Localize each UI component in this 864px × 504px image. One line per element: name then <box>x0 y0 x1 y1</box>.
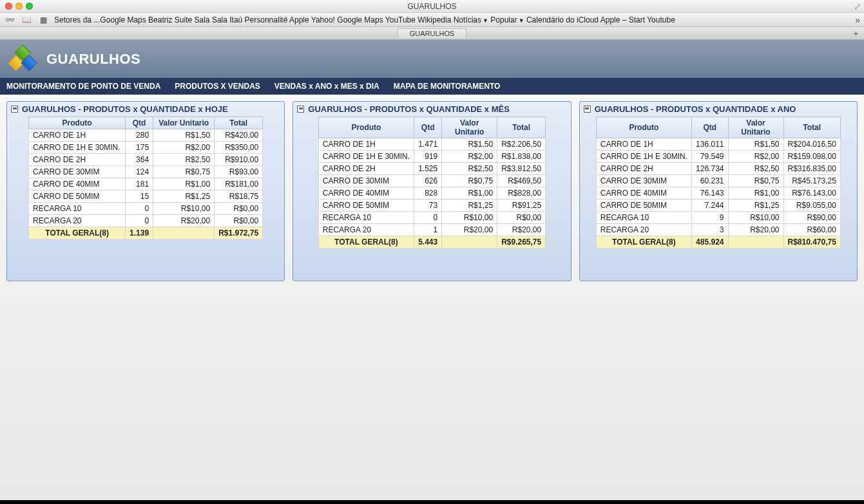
column-header[interactable]: Qtd <box>414 117 442 138</box>
column-header[interactable]: Total <box>783 117 840 138</box>
total-cell: R$810.470,75 <box>783 236 840 248</box>
cell: 364 <box>126 154 153 166</box>
cell: 626 <box>414 175 442 187</box>
cell: R$3.812,50 <box>497 163 546 175</box>
column-header[interactable]: Produto <box>29 117 126 129</box>
nav-item-mapa[interactable]: MAPA DE MONITORAMENTO <box>394 82 501 91</box>
panel-minimize-icon[interactable] <box>584 106 591 113</box>
column-header[interactable]: Valor Unitario <box>442 117 497 138</box>
table-row: RECARGA 200R$20,00R$0,00 <box>29 215 263 227</box>
cell: CARRO DE 50MIM <box>29 191 126 203</box>
cell: R$1,00 <box>153 178 215 191</box>
total-row: TOTAL GERAL(8)485.924R$810.470,75 <box>596 236 840 248</box>
cell: R$93,00 <box>215 166 263 178</box>
table-row: CARRO DE 1H E 30MIN.919R$2,00R$1.838,00 <box>318 151 545 163</box>
total-cell: TOTAL GERAL(8) <box>318 236 414 248</box>
bookmark-item[interactable]: Wikipedia <box>418 15 451 24</box>
table-row: CARRO DE 1H E 30MIN.79.549R$2,00R$159.09… <box>596 151 840 163</box>
table-row: CARRO DE 1H E 30MIN.175R$2,00R$350,00 <box>29 142 263 154</box>
table-row: RECARGA 100R$10,00R$0,00 <box>29 203 263 215</box>
cell: R$204.016,50 <box>783 138 840 151</box>
total-row: TOTAL GERAL(8)5.443R$9.265,75 <box>318 236 545 248</box>
panel-title: GUARULHOS - PRODUTOS x QUANTIDADE x MÊS <box>308 104 510 114</box>
column-header[interactable]: Total <box>497 117 546 138</box>
table-row: CARRO DE 40MIM828R$1,00R$828,00 <box>318 187 545 200</box>
cell: CARRO DE 2H <box>596 163 691 175</box>
bookmark-item[interactable]: YouTube <box>385 15 416 24</box>
bookmark-item[interactable]: Google Maps <box>337 15 383 24</box>
panel-minimize-icon[interactable] <box>11 106 18 113</box>
column-header[interactable]: Produto <box>596 117 691 138</box>
bookmark-item[interactable]: Apple – Start <box>600 15 645 24</box>
cell: CARRO DE 1H <box>318 138 414 151</box>
bookmark-item[interactable]: Apple <box>289 15 309 24</box>
bookmark-item[interactable]: Popular▼ <box>490 15 524 24</box>
cell: R$1,50 <box>728 138 783 151</box>
column-header[interactable]: Qtd <box>692 117 728 138</box>
total-cell: 1.139 <box>126 227 153 239</box>
column-header[interactable]: Total <box>215 117 263 129</box>
panel-minimize-icon[interactable] <box>297 106 304 113</box>
resize-icon[interactable]: ⤢ <box>854 1 861 12</box>
cell: CARRO DE 30MIM <box>29 166 126 178</box>
new-tab-button[interactable]: ＋ <box>852 28 860 39</box>
overflow-icon[interactable]: » <box>855 15 860 25</box>
bookmark-item[interactable]: Yahoo! <box>311 15 335 24</box>
data-table: ProdutoQtdValor UnitarioTotalCARRO DE 1H… <box>28 117 263 239</box>
cell: R$1,00 <box>728 187 783 200</box>
bookmark-item[interactable]: Youtube <box>647 15 675 24</box>
browser-tab[interactable]: GUARULHOS <box>398 28 467 38</box>
cell: R$60,00 <box>783 224 840 236</box>
cell: 0 <box>126 203 153 215</box>
bookmark-item[interactable]: Suite <box>175 15 192 24</box>
cell: RECARGA 10 <box>596 212 691 224</box>
total-cell: R$1.972,75 <box>215 227 263 239</box>
total-cell <box>442 236 497 248</box>
bookmark-item[interactable]: Setores da ...Google Maps <box>54 15 146 24</box>
cell: R$10,00 <box>153 203 215 215</box>
bottom-edge <box>0 500 864 504</box>
grid-icon[interactable]: ▦ <box>37 15 49 24</box>
bookmark-item[interactable]: Beatriz <box>148 15 172 24</box>
cell: R$469,50 <box>497 175 546 187</box>
cell: RECARGA 10 <box>29 203 126 215</box>
table-row: CARRO DE 30MIM60.231R$0,75R$45.173,25 <box>596 175 840 187</box>
column-header[interactable]: Qtd <box>126 117 153 129</box>
table-row: RECARGA 109R$10,00R$90,00 <box>596 212 840 224</box>
bookmark-item[interactable]: Itaú Personnalité <box>229 15 287 24</box>
cell: 15 <box>126 191 153 203</box>
cell: CARRO DE 2H <box>29 154 126 166</box>
cell: R$9.055,00 <box>783 200 840 212</box>
cell: CARRO DE 40MIM <box>318 187 414 200</box>
table-row: CARRO DE 2H1.525R$2,50R$3.812,50 <box>318 163 545 175</box>
table-row: CARRO DE 50MIM15R$1,25R$18,75 <box>29 191 263 203</box>
reading-list-icon[interactable]: 👓 <box>4 15 15 24</box>
column-header[interactable]: Valor Unitario <box>728 117 783 138</box>
bookmark-item[interactable]: Sala <box>212 15 227 24</box>
cell: R$1,25 <box>442 200 497 212</box>
cell: R$0,00 <box>497 212 546 224</box>
cell: 79.549 <box>692 151 728 163</box>
app-logo <box>9 46 36 73</box>
cell: R$20,00 <box>153 215 215 227</box>
cell: R$1,25 <box>153 191 215 203</box>
cell: CARRO DE 30MIM <box>318 175 414 187</box>
book-icon[interactable]: 📖 <box>21 15 32 24</box>
cell: 7.244 <box>692 200 728 212</box>
nav-item-vendas-ano-mes-dia[interactable]: VENDAS x ANO x MES x DIA <box>274 82 379 91</box>
table-row: CARRO DE 50MIM7.244R$1,25R$9.055,00 <box>596 200 840 212</box>
nav-item-monitoramento[interactable]: MONITORAMENTO DE PONTO DE VENDA <box>6 82 160 91</box>
total-cell: 5.443 <box>414 236 442 248</box>
column-header[interactable]: Produto <box>318 117 414 138</box>
nav-item-produtos-vendas[interactable]: PRODUTOS X VENDAS <box>175 82 260 91</box>
table-row: CARRO DE 50MIM73R$1,25R$91,25 <box>318 200 545 212</box>
column-header[interactable]: Valor Unitario <box>153 117 215 129</box>
bookmark-item[interactable]: Calendário do iCloud <box>526 15 599 24</box>
table-row: CARRO DE 1H280R$1,50R$420,00 <box>29 129 263 142</box>
cell: R$76.143,00 <box>783 187 840 200</box>
cell: CARRO DE 2H <box>318 163 414 175</box>
bookmark-item[interactable]: Sala <box>195 15 210 24</box>
bookmark-item[interactable]: Notícias▼ <box>454 15 488 24</box>
total-cell: TOTAL GERAL(8) <box>596 236 691 248</box>
cell: R$420,00 <box>215 129 263 142</box>
